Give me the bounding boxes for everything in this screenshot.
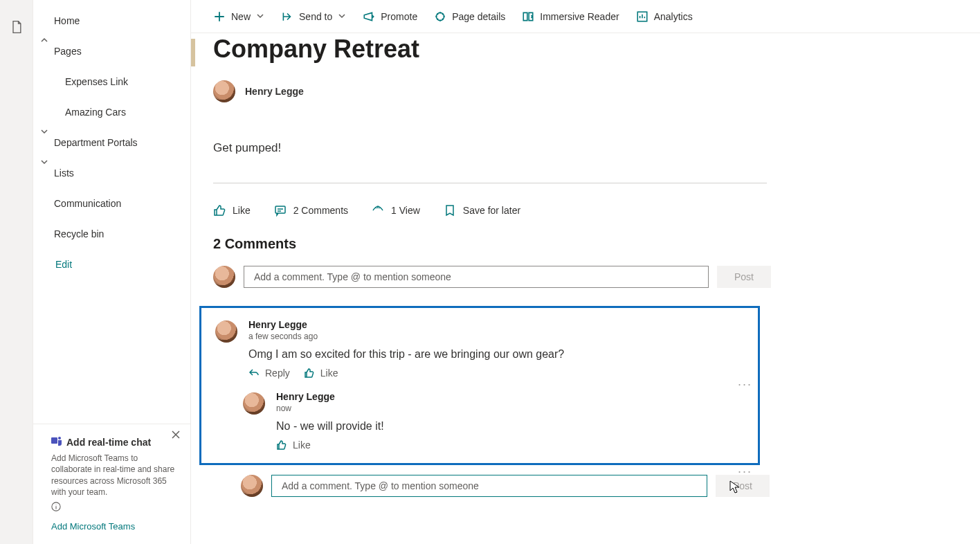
- comment-thread-highlighted: ··· ··· Henry Legge a few seconds ago Om…: [199, 306, 760, 465]
- comment-author: Henry Legge: [276, 391, 744, 402]
- teams-icon: [51, 435, 62, 448]
- page-body-text: Get pumped!: [213, 141, 980, 155]
- svg-point-1: [58, 437, 61, 439]
- promote-button[interactable]: Promote: [363, 10, 417, 23]
- comment-timestamp: now: [276, 404, 744, 413]
- author-name: Henry Legge: [245, 86, 304, 97]
- analytics-label: Analytics: [654, 11, 693, 22]
- comment-item: Henry Legge a few seconds ago Omg I am s…: [215, 319, 744, 379]
- page-details-button[interactable]: Page details: [434, 10, 505, 23]
- reply-label: Reply: [265, 368, 290, 379]
- views-count-label: 1 View: [391, 205, 420, 216]
- chevron-down-icon: [338, 11, 346, 22]
- sidebar-item-home[interactable]: Home: [33, 6, 190, 36]
- comment-author: Henry Legge: [248, 319, 744, 330]
- comments-action[interactable]: 2 Comments: [274, 204, 348, 217]
- comment-like-button[interactable]: Like: [304, 368, 338, 379]
- immersive-reader-label: Immersive Reader: [540, 11, 619, 22]
- send-to-button[interactable]: Send to: [281, 10, 346, 23]
- author-avatar[interactable]: [213, 80, 235, 102]
- page-title: Company Retreat: [213, 35, 980, 64]
- like-label: Like: [293, 439, 311, 451]
- like-label: Like: [320, 368, 338, 379]
- sidebar-item-lists[interactable]: Lists: [33, 158, 190, 188]
- close-icon[interactable]: [171, 430, 181, 442]
- chevron-up-icon[interactable]: [40, 36, 48, 44]
- comment-text: Omg I am so excited for this trip - are …: [248, 348, 744, 361]
- new-button[interactable]: New: [213, 10, 264, 23]
- comment-like-button[interactable]: Like: [276, 439, 311, 451]
- sidebar-item-expenses[interactable]: Expenses Link: [33, 66, 190, 97]
- comment-more-icon[interactable]: ···: [738, 464, 752, 479]
- app-rail: [0, 0, 33, 544]
- save-for-later-action[interactable]: Save for later: [444, 204, 520, 217]
- title-accent-bar: [191, 39, 195, 66]
- current-user-avatar: [213, 266, 235, 288]
- content-divider: [213, 183, 767, 183]
- sidebar-edit-link[interactable]: Edit: [33, 249, 190, 280]
- chevron-down-icon[interactable]: [40, 127, 48, 136]
- sidebar-item-amazing-cars[interactable]: Amazing Cars: [33, 97, 190, 127]
- sidebar-item-department-portals[interactable]: Department Portals: [33, 127, 190, 158]
- current-user-avatar: [241, 475, 263, 497]
- comment-more-icon[interactable]: ···: [738, 377, 752, 392]
- reply-button[interactable]: Reply: [248, 368, 290, 379]
- commenter-avatar[interactable]: [215, 320, 237, 343]
- command-bar: New Send to Promote Page details Immersi…: [191, 0, 980, 33]
- sidebar-item-pages[interactable]: Pages: [33, 36, 190, 66]
- add-teams-link[interactable]: Add Microsoft Teams: [51, 521, 178, 532]
- page-details-label: Page details: [452, 11, 505, 22]
- document-icon[interactable]: [10, 19, 24, 544]
- main-area: New Send to Promote Page details Immersi…: [191, 0, 980, 544]
- like-action[interactable]: Like: [213, 204, 251, 217]
- comments-header: 2 Comments: [213, 236, 980, 252]
- send-to-label: Send to: [299, 11, 332, 22]
- like-label: Like: [233, 205, 251, 216]
- promo-description: Add Microsoft Teams to collaborate in re…: [51, 453, 178, 498]
- post-button[interactable]: Post: [717, 266, 771, 288]
- info-icon[interactable]: [51, 502, 178, 514]
- new-button-label: New: [231, 11, 251, 22]
- sidebar: Home Pages Expenses Link Amazing Cars De…: [33, 0, 191, 544]
- sidebar-item-communication[interactable]: Communication: [33, 188, 190, 219]
- svg-rect-0: [51, 437, 57, 444]
- save-label: Save for later: [463, 205, 520, 216]
- sidebar-item-recycle-bin[interactable]: Recycle bin: [33, 219, 190, 249]
- chevron-down-icon[interactable]: [40, 158, 48, 166]
- comment-text: No - we will provide it!: [276, 420, 744, 433]
- comment-reply-item: Henry Legge now No - we will provide it!…: [243, 391, 744, 451]
- promo-title: Add real-time chat: [66, 437, 151, 448]
- comments-count-label: 2 Comments: [293, 205, 348, 216]
- commenter-avatar[interactable]: [243, 392, 265, 415]
- comment-timestamp: a few seconds ago: [248, 332, 744, 341]
- chevron-down-icon: [256, 11, 264, 22]
- promote-label: Promote: [381, 11, 417, 22]
- comment-input[interactable]: [244, 266, 709, 288]
- reply-input[interactable]: [271, 475, 707, 497]
- views-action[interactable]: 1 View: [372, 204, 420, 217]
- teams-promo-card: Add real-time chat Add Microsoft Teams t…: [33, 424, 190, 544]
- svg-rect-5: [275, 206, 285, 213]
- immersive-reader-button[interactable]: Immersive Reader: [522, 10, 619, 23]
- analytics-button[interactable]: Analytics: [636, 10, 693, 23]
